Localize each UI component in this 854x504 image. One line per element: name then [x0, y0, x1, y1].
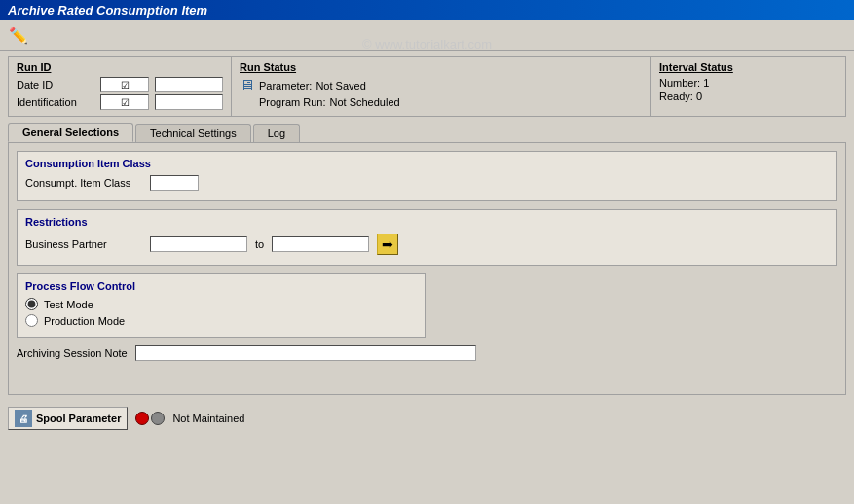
settings-icon[interactable]: ✏️ — [8, 24, 29, 46]
test-mode-label: Test Mode — [44, 299, 93, 310]
process-flow-control-section: Process Flow Control Test Mode Productio… — [17, 273, 426, 338]
archiving-session-row: Archiving Session Note — [17, 345, 837, 361]
business-partner-label: Business Partner — [25, 238, 142, 250]
off-light — [151, 412, 165, 425]
consumption-item-class-title: Consumption Item Class — [25, 158, 829, 169]
number-label: Number: — [659, 77, 700, 89]
number-value: 1 — [703, 77, 709, 89]
tab-content: Consumption Item Class Consumpt. Item Cl… — [8, 142, 846, 395]
date-id-input[interactable] — [155, 77, 223, 92]
identification-label: Identification — [17, 96, 94, 108]
archiving-session-label: Archiving Session Note — [17, 347, 128, 359]
identification-row: Identification ☑ — [17, 94, 223, 110]
spool-icon: 🖨 — [15, 410, 32, 427]
consumption-item-class-input[interactable] — [150, 175, 199, 191]
tab-general-selections[interactable]: General Selections — [8, 123, 133, 142]
run-id-title: Run ID — [17, 61, 223, 73]
spool-button-label: Spool Parameter — [36, 413, 121, 424]
status-text: Not Maintained — [172, 413, 244, 424]
ready-label: Ready: — [659, 90, 693, 102]
production-mode-row: Production Mode — [25, 314, 417, 327]
consumption-item-class-label: Consumpt. Item Class — [25, 177, 142, 189]
parameter-row: 🖥 Parameter: Not Saved — [240, 77, 643, 94]
parameter-label: Parameter: — [259, 80, 312, 91]
main-content: Run ID Date ID ☑ Identification ☑ Run St… — [0, 51, 854, 401]
traffic-light — [135, 412, 165, 425]
business-partner-row: Business Partner to ➡ — [25, 234, 829, 255]
run-status-title: Run Status — [240, 61, 643, 73]
run-status-section: Run Status 🖥 Parameter: Not Saved Progra… — [232, 57, 650, 116]
spacer — [240, 96, 255, 108]
toolbar: ✏️ — [0, 20, 854, 51]
program-run-row: Program Run: Not Scheduled — [240, 96, 643, 108]
ready-value: 0 — [696, 90, 702, 102]
consumption-item-class-section: Consumption Item Class Consumpt. Item Cl… — [17, 151, 837, 201]
interval-status-section: Interval Status Number: 1 Ready: 0 — [650, 57, 845, 116]
production-mode-label: Production Mode — [44, 315, 125, 327]
run-id-section: Run ID Date ID ☑ Identification ☑ — [9, 57, 232, 116]
tabs-container: General Selections Technical Settings Lo… — [8, 123, 846, 142]
date-id-checkbox[interactable]: ☑ — [100, 77, 149, 92]
business-partner-to-input[interactable] — [272, 236, 369, 252]
red-light — [135, 412, 149, 425]
restrictions-title: Restrictions — [25, 216, 829, 228]
nav-button[interactable]: ➡ — [377, 234, 398, 255]
identification-checkbox[interactable]: ☑ — [100, 94, 149, 110]
process-flow-control-title: Process Flow Control — [25, 280, 417, 292]
consumption-item-class-row: Consumpt. Item Class — [25, 175, 829, 191]
number-row: Number: 1 — [659, 77, 837, 89]
restrictions-section: Restrictions Business Partner to ➡ — [17, 209, 837, 266]
parameter-icon: 🖥 — [240, 77, 255, 94]
parameter-value: Not Saved — [316, 80, 365, 91]
spool-parameter-button[interactable]: 🖨 Spool Parameter — [8, 407, 128, 430]
to-label: to — [255, 238, 264, 250]
tab-technical-settings[interactable]: Technical Settings — [135, 124, 251, 142]
identification-input[interactable] — [155, 94, 223, 110]
date-id-label: Date ID — [17, 79, 94, 90]
business-partner-from-input[interactable] — [150, 236, 247, 252]
ready-row: Ready: 0 — [659, 90, 837, 102]
date-id-row: Date ID ☑ — [17, 77, 223, 92]
test-mode-row: Test Mode — [25, 298, 417, 310]
program-run-value: Not Scheduled — [329, 96, 399, 108]
page-title: Archive Rated Consumption Item — [8, 3, 207, 18]
title-bar: Archive Rated Consumption Item — [0, 0, 854, 20]
run-info-bar: Run ID Date ID ☑ Identification ☑ Run St… — [8, 56, 846, 117]
tab-log[interactable]: Log — [253, 124, 300, 142]
test-mode-radio[interactable] — [25, 298, 38, 310]
bottom-bar: 🖨 Spool Parameter Not Maintained — [0, 403, 854, 434]
program-run-label: Program Run: — [259, 96, 325, 108]
interval-status-title: Interval Status — [659, 61, 837, 73]
archiving-session-input[interactable] — [135, 345, 476, 361]
production-mode-radio[interactable] — [25, 314, 38, 327]
